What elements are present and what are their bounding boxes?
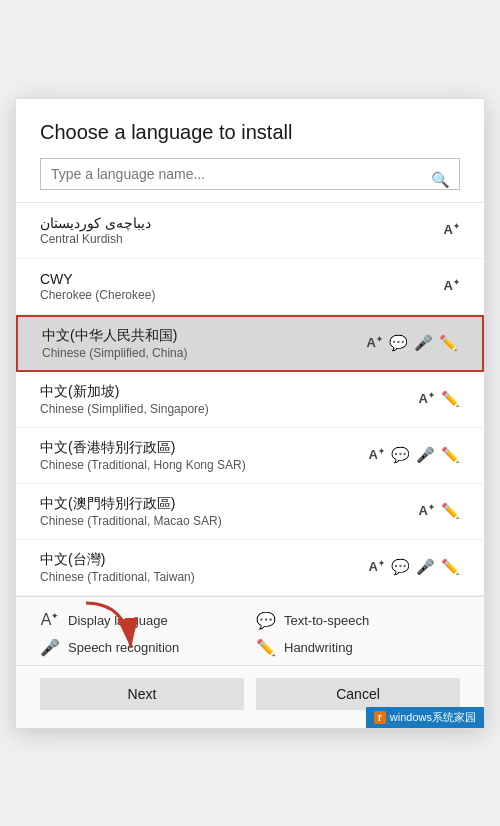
- lang-sub-chinese-traditional-taiwan: Chinese (Traditional, Taiwan): [40, 570, 369, 584]
- display-lang-icon: A✦: [419, 503, 435, 518]
- legend-handwriting-label: Handwriting: [284, 640, 353, 655]
- mic-lang-icon: 🎤: [416, 446, 435, 464]
- lang-name-chinese-simplified-china: 中文(中华人民共和国): [42, 327, 367, 345]
- handwriting-lang-icon: ✏️: [441, 558, 460, 576]
- lang-icons-cherokee: A✦: [444, 278, 460, 293]
- lang-sub-central-kurdish: Central Kurdish: [40, 232, 444, 246]
- lang-name-chinese-traditional-hk: 中文(香港特別行政區): [40, 439, 369, 457]
- legend-handwriting: ✏️ Handwriting: [256, 638, 460, 657]
- lang-text-cherokee: CWY Cherokee (Cherokee): [40, 271, 444, 302]
- lang-item-cherokee[interactable]: CWY Cherokee (Cherokee) A✦: [16, 259, 484, 315]
- lang-icons-chinese-traditional-taiwan: A✦💬🎤✏️: [369, 558, 460, 576]
- legend-speech: 💬 Text-to-speech: [256, 611, 460, 630]
- watermark: r windows系统家园: [366, 707, 484, 728]
- mic-icon: 🎤: [40, 638, 60, 657]
- handwriting-lang-icon: ✏️: [441, 446, 460, 464]
- lang-item-chinese-simplified-singapore[interactable]: 中文(新加坡) Chinese (Simplified, Singapore) …: [16, 372, 484, 428]
- search-icon: 🔍: [431, 171, 450, 189]
- lang-text-chinese-simplified-singapore: 中文(新加坡) Chinese (Simplified, Singapore): [40, 383, 419, 416]
- display-lang-icon: A✦: [369, 559, 385, 574]
- lang-icons-chinese-simplified-china: A✦💬🎤✏️: [367, 334, 458, 352]
- lang-text-central-kurdish: دیباچەی کوردیستان Central Kurdish: [40, 215, 444, 246]
- lang-icons-central-kurdish: A✦: [444, 222, 460, 237]
- speech-lang-icon: 💬: [389, 334, 408, 352]
- lang-item-chinese-simplified-china[interactable]: 中文(中华人民共和国) Chinese (Simplified, China) …: [16, 315, 484, 372]
- lang-item-chinese-traditional-macao[interactable]: 中文(澳門特別行政區) Chinese (Traditional, Macao …: [16, 484, 484, 540]
- lang-text-chinese-traditional-taiwan: 中文(台灣) Chinese (Traditional, Taiwan): [40, 551, 369, 584]
- watermark-text: windows系统家园: [390, 710, 476, 725]
- lang-sub-chinese-simplified-singapore: Chinese (Simplified, Singapore): [40, 402, 419, 416]
- handwriting-lang-icon: ✏️: [441, 390, 460, 408]
- lang-sub-chinese-traditional-hk: Chinese (Traditional, Hong Kong SAR): [40, 458, 369, 472]
- lang-item-central-kurdish[interactable]: دیباچەی کوردیستان Central Kurdish A✦: [16, 203, 484, 259]
- display-lang-icon: A✦: [369, 447, 385, 462]
- lang-sub-chinese-traditional-macao: Chinese (Traditional, Macao SAR): [40, 514, 419, 528]
- lang-name-chinese-traditional-taiwan: 中文(台灣): [40, 551, 369, 569]
- legend-recognition-label: Speech recognition: [68, 640, 179, 655]
- legend-section: A✦ Display language 💬 Text-to-speech 🎤 S…: [16, 596, 484, 665]
- search-row: 🔍: [16, 158, 484, 202]
- speech-lang-icon: 💬: [391, 558, 410, 576]
- mic-lang-icon: 🎤: [416, 558, 435, 576]
- language-install-dialog: Choose a language to install 🔍 دیباچەی ک…: [15, 98, 485, 729]
- lang-item-chinese-traditional-taiwan[interactable]: 中文(台灣) Chinese (Traditional, Taiwan) A✦💬…: [16, 540, 484, 596]
- display-icon: A✦: [40, 611, 60, 629]
- lang-item-chinese-traditional-hk[interactable]: 中文(香港特別行政區) Chinese (Traditional, Hong K…: [16, 428, 484, 484]
- display-lang-icon: A✦: [419, 391, 435, 406]
- speech-lang-icon: 💬: [391, 446, 410, 464]
- lang-name-chinese-traditional-macao: 中文(澳門特別行政區): [40, 495, 419, 513]
- next-button[interactable]: Next: [40, 678, 244, 710]
- search-input[interactable]: [40, 158, 460, 190]
- legend-speech-label: Text-to-speech: [284, 613, 369, 628]
- cancel-button[interactable]: Cancel: [256, 678, 460, 710]
- handwriting-icon: ✏️: [256, 638, 276, 657]
- mic-lang-icon: 🎤: [414, 334, 433, 352]
- lang-name-central-kurdish: دیباچەی کوردیستان: [40, 215, 444, 231]
- dialog-title: Choose a language to install: [16, 99, 484, 158]
- lang-text-chinese-simplified-china: 中文(中华人民共和国) Chinese (Simplified, China): [42, 327, 367, 360]
- lang-text-chinese-traditional-macao: 中文(澳門特別行政區) Chinese (Traditional, Macao …: [40, 495, 419, 528]
- handwriting-lang-icon: ✏️: [441, 502, 460, 520]
- legend-display: A✦ Display language: [40, 611, 244, 630]
- lang-sub-chinese-simplified-china: Chinese (Simplified, China): [42, 346, 367, 360]
- lang-text-chinese-traditional-hk: 中文(香港特別行政區) Chinese (Traditional, Hong K…: [40, 439, 369, 472]
- watermark-logo: r: [374, 711, 386, 724]
- handwriting-lang-icon: ✏️: [439, 334, 458, 352]
- legend-display-label: Display language: [68, 613, 168, 628]
- legend-recognition: 🎤 Speech recognition: [40, 638, 244, 657]
- display-lang-icon: A✦: [444, 278, 460, 293]
- display-lang-icon: A✦: [367, 335, 383, 350]
- language-list: دیباچەی کوردیستان Central Kurdish A✦ CWY…: [16, 202, 484, 596]
- display-lang-icon: A✦: [444, 222, 460, 237]
- lang-sub-cherokee: Cherokee (Cherokee): [40, 288, 444, 302]
- lang-icons-chinese-simplified-singapore: A✦✏️: [419, 390, 460, 408]
- lang-icons-chinese-traditional-hk: A✦💬🎤✏️: [369, 446, 460, 464]
- lang-name-chinese-simplified-singapore: 中文(新加坡): [40, 383, 419, 401]
- lang-icons-chinese-traditional-macao: A✦✏️: [419, 502, 460, 520]
- speech-icon: 💬: [256, 611, 276, 630]
- lang-name-cherokee: CWY: [40, 271, 444, 287]
